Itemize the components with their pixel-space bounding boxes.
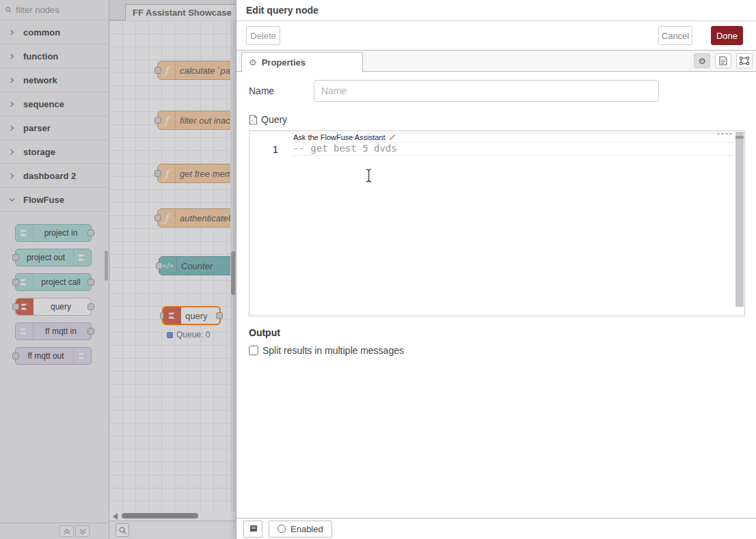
split-results-row: Split results in multiple messages <box>249 345 744 356</box>
tab-properties[interactable]: ⚙ Properties <box>241 52 363 72</box>
enabled-toggle-button[interactable]: Enabled <box>269 521 332 538</box>
line-number: 1 <box>269 144 278 155</box>
done-button[interactable]: Done <box>711 26 743 45</box>
node-red-editor: common function network sequence parser … <box>0 0 756 539</box>
toggle-circle-icon <box>278 525 286 533</box>
tray-title: Edit query node <box>246 5 319 16</box>
document-icon <box>719 56 727 66</box>
tray-tab-buttons: ⚙ <box>694 53 753 68</box>
sql-code-editor[interactable]: Ask the FlowFuse Assistant 1 -- get best… <box>249 130 745 316</box>
appearance-view-button[interactable] <box>736 53 753 68</box>
cancel-button[interactable]: Cancel <box>658 26 692 45</box>
properties-view-button[interactable]: ⚙ <box>694 53 710 68</box>
tray-footer: Enabled <box>237 518 756 539</box>
book-icon <box>249 525 258 533</box>
node-help-button[interactable] <box>243 521 262 538</box>
name-input[interactable] <box>314 80 659 102</box>
toolbar-right-group: Cancel Done <box>658 26 743 45</box>
gear-icon: ⚙ <box>698 56 706 66</box>
editor-minimap[interactable] <box>717 133 732 135</box>
tray-header: Edit query node <box>237 0 756 21</box>
editor-scrollbar[interactable] <box>735 132 744 307</box>
editor-shade-overlay <box>0 0 236 539</box>
assistant-hint[interactable]: Ask the FlowFuse Assistant <box>293 133 396 141</box>
tray-tab-row: ⚙ Properties ⚙ <box>237 51 756 72</box>
assistant-hint-text: Ask the FlowFuse Assistant <box>293 133 386 141</box>
query-label: Query <box>261 114 287 125</box>
svg-text:∿: ∿ <box>251 119 254 123</box>
output-heading: Output <box>249 327 744 338</box>
query-label-row: ∿ Query <box>249 113 744 126</box>
gear-icon: ⚙ <box>249 57 257 68</box>
object-group-icon <box>740 57 749 65</box>
delete-button[interactable]: Delete <box>246 26 280 45</box>
tab-properties-label: Properties <box>262 57 306 68</box>
name-form-row: Name <box>249 80 744 102</box>
name-label: Name <box>249 85 314 96</box>
code-line-1: -- get best 5 dvds <box>293 143 397 154</box>
scrollbar-thumb[interactable] <box>735 136 744 139</box>
magic-wand-icon <box>388 133 396 141</box>
tray-toolbar: Delete Cancel Done <box>237 21 756 51</box>
description-view-button[interactable] <box>715 53 731 68</box>
split-results-checkbox[interactable] <box>249 346 258 355</box>
sql-file-icon: ∿ <box>249 115 258 125</box>
split-results-label: Split results in multiple messages <box>262 345 404 356</box>
edit-node-tray: Edit query node Delete Cancel Done ⚙ Pro… <box>236 0 756 539</box>
editor-hairline <box>292 155 733 156</box>
tray-body: Name ∿ Query Ask the FlowFuse Assistant … <box>237 72 756 518</box>
enabled-label: Enabled <box>291 524 323 534</box>
